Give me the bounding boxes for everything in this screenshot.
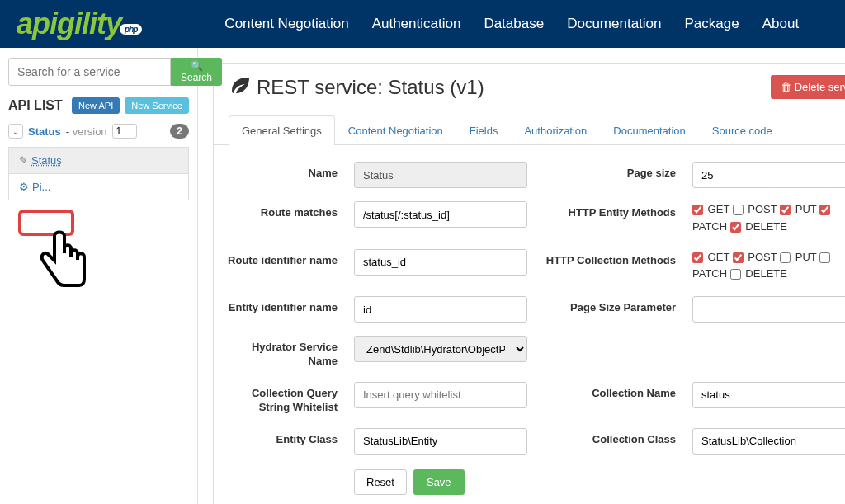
leaf-icon: ⚙ (19, 181, 29, 193)
input-route-matches[interactable] (354, 201, 527, 228)
tab-fields[interactable]: Fields (456, 115, 512, 145)
search-input[interactable] (8, 58, 171, 86)
label-route-id: Route identifier name (222, 249, 338, 268)
label-hydrator: Hydrator Service Name (222, 336, 338, 369)
input-collection-name[interactable] (692, 382, 845, 408)
highlight-box (18, 210, 74, 236)
collection-methods-checkboxes: GET POST PUT PATCH DELETE (692, 249, 845, 284)
nav-about[interactable]: About (762, 16, 799, 32)
label-entity-class: Entity Class (222, 428, 338, 447)
nav-package[interactable]: Package (685, 16, 739, 32)
checkbox-post[interactable] (733, 252, 744, 263)
save-button[interactable]: Save (413, 469, 465, 495)
input-collection-class[interactable] (692, 428, 845, 455)
method-get[interactable]: GET (692, 251, 733, 263)
new-api-button[interactable]: New API (72, 97, 120, 114)
label-page-size-param: Page Size Parameter (544, 296, 676, 315)
page-title: REST service: Status (v1) (230, 76, 484, 99)
label-whitelist: Collection Query String Whitelist (222, 382, 338, 415)
entity-methods-checkboxes: GET POST PUT PATCH DELETE (692, 201, 845, 236)
label-route-matches: Route matches (222, 201, 338, 220)
sidebar: 🔍 Search API LIST New API New Service ⌄ … (0, 48, 198, 504)
label-name: Name (222, 162, 338, 181)
input-name (354, 162, 527, 188)
tab-source-code[interactable]: Source code (699, 115, 786, 145)
input-entity-class[interactable] (354, 428, 527, 455)
search-button[interactable]: 🔍 Search (171, 58, 222, 86)
checkbox-delete[interactable] (730, 222, 741, 233)
search-icon: 🔍 (191, 60, 203, 72)
label-entity-id: Entity identifier name (222, 296, 338, 315)
leaf-icon: ✎ (19, 154, 28, 167)
leaf-icon (230, 76, 250, 98)
version-label: - version (66, 125, 107, 138)
checkbox-post[interactable] (733, 205, 744, 215)
method-put[interactable]: PUT (780, 203, 819, 215)
service-row-2[interactable]: ⚙Pi... (8, 174, 189, 200)
checkbox-get[interactable] (692, 205, 703, 215)
select-hydrator[interactable]: Zend\Stdlib\Hydrator\ObjectProperty (354, 336, 527, 362)
content-area: REST service: Status (v1) 🗑 Delete servi… (198, 48, 845, 504)
method-delete[interactable]: DELETE (730, 267, 787, 280)
method-delete[interactable]: DELETE (730, 220, 787, 233)
label-collection-class: Collection Class (544, 428, 676, 447)
label-page-size: Page size (544, 162, 676, 181)
input-entity-id[interactable] (354, 296, 527, 323)
method-get[interactable]: GET (692, 203, 733, 215)
checkbox-patch[interactable] (819, 252, 830, 263)
method-put[interactable]: PUT (780, 251, 819, 263)
logo: apigilityphp (17, 7, 142, 41)
nav-documentation[interactable]: Documentation (567, 16, 661, 32)
method-post[interactable]: POST (733, 251, 780, 263)
nav-database[interactable]: Database (484, 16, 544, 32)
tab-content-negotiation[interactable]: Content Negotiation (335, 115, 456, 145)
checkbox-patch[interactable] (819, 205, 830, 215)
nav-links: Content Negotiation Authentication Datab… (224, 16, 799, 32)
api-list-title: API LIST (8, 98, 63, 113)
checkbox-put[interactable] (780, 205, 791, 215)
reset-button[interactable]: Reset (354, 469, 407, 495)
label-entity-methods: HTTP Entity Methods (544, 201, 676, 220)
tabs: General Settings Content Negotiation Fie… (214, 115, 845, 145)
checkbox-get[interactable] (692, 252, 703, 263)
trash-icon: 🗑 (781, 81, 791, 93)
input-route-id[interactable] (354, 249, 527, 276)
tab-documentation[interactable]: Documentation (600, 115, 698, 145)
top-navbar: apigilityphp Content Negotiation Authent… (0, 0, 845, 48)
nav-content-negotiation[interactable]: Content Negotiation (224, 16, 348, 32)
service-row-status[interactable]: ✎Status (8, 147, 189, 174)
api-name[interactable]: Status (28, 125, 61, 138)
input-page-size[interactable] (692, 162, 845, 188)
service-count-badge: 2 (170, 124, 189, 139)
version-select[interactable] (112, 124, 137, 139)
label-collection-name: Collection Name (544, 382, 676, 401)
label-collection-methods: HTTP Collection Methods (544, 249, 676, 268)
delete-service-button[interactable]: 🗑 Delete service (771, 75, 845, 99)
input-whitelist[interactable] (354, 382, 527, 408)
checkbox-delete[interactable] (730, 269, 741, 280)
nav-authentication[interactable]: Authentication (372, 16, 461, 32)
tab-authorization[interactable]: Authorization (511, 115, 600, 145)
tab-general-settings[interactable]: General Settings (229, 115, 335, 145)
new-service-button[interactable]: New Service (125, 97, 189, 114)
method-post[interactable]: POST (733, 203, 780, 215)
checkbox-put[interactable] (780, 252, 791, 263)
cursor-icon (38, 228, 97, 302)
input-page-size-param[interactable] (692, 296, 845, 323)
api-collapse-toggle[interactable]: ⌄ (8, 124, 23, 139)
